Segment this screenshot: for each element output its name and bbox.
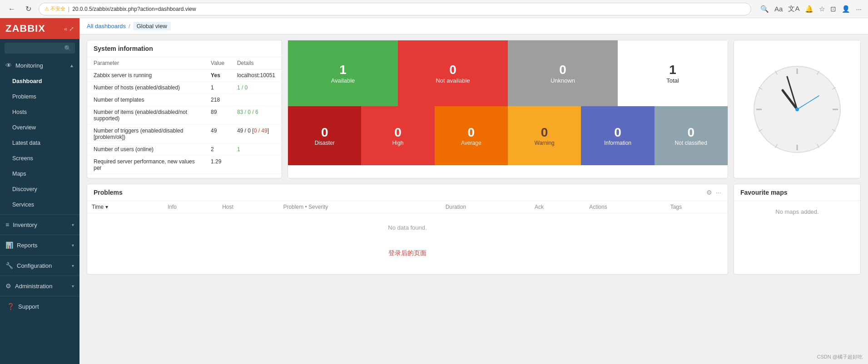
host-cell-not-available: 0 Not available: [398, 40, 508, 106]
problems-gear-button[interactable]: ⚙: [706, 189, 712, 196]
unknown-count: 0: [559, 63, 566, 77]
browser-bar: ← ↻ ⚠ 不安全 | 20.0.0.5/zabbix/zabbix.php?a…: [0, 0, 868, 18]
main-content: All dashboards / Global view System info…: [79, 18, 868, 364]
sidebar-search-container: 🔍: [0, 39, 79, 57]
inventory-label: Inventory: [13, 221, 37, 228]
problems-more-button[interactable]: ···: [716, 189, 721, 196]
col-duration: Duration: [441, 201, 530, 213]
configuration-chevron: ▾: [72, 263, 74, 268]
sidebar-item-monitoring[interactable]: 👁 Monitoring ▲: [0, 57, 79, 74]
sidebar-item-maps[interactable]: Maps: [0, 166, 79, 182]
sidebar-item-configuration[interactable]: 🔧 Configuration ▾: [0, 257, 79, 274]
breadcrumb: All dashboards / Global view: [79, 18, 868, 34]
monitoring-label: Monitoring: [15, 62, 43, 69]
widget-problems: Problems ⚙ ··· Time ▾ Info Host: [87, 184, 728, 275]
refresh-button[interactable]: ↻: [23, 4, 34, 14]
breadcrumb-current: Global view: [133, 22, 171, 30]
reports-icon: 📊: [5, 241, 13, 249]
widget-controls: ⚙ ···: [706, 189, 721, 196]
logo-controls: « ⤢: [64, 25, 74, 32]
sidebar-item-services[interactable]: Services: [0, 197, 79, 212]
sidebar-item-administration[interactable]: ⚙ Administration ▾: [0, 278, 79, 294]
svg-point-16: [795, 108, 799, 111]
severity-grid: 0 Disaster 0 High 0 Average 0: [288, 106, 728, 165]
breadcrumb-all-dashboards[interactable]: All dashboards: [87, 23, 126, 30]
details-cell: 1: [231, 143, 282, 156]
sidebar-item-hosts[interactable]: Hosts: [0, 104, 79, 120]
problems-label: Problems: [12, 93, 36, 100]
host-cell-total: 1 Total: [618, 40, 728, 106]
browser-collections-button[interactable]: ⊡: [829, 4, 837, 14]
average-count: 0: [468, 125, 475, 140]
back-button[interactable]: ←: [5, 4, 18, 14]
sidebar-search-input[interactable]: [5, 43, 75, 54]
sidebar-divider-1: [0, 214, 79, 215]
browser-favourites-button[interactable]: ☆: [818, 4, 826, 14]
logo-text: ZABBIX: [5, 23, 45, 34]
table-row: Number of users (online)21: [87, 143, 282, 156]
param-cell: Zabbix server is running: [87, 69, 204, 82]
sidebar: ZABBIX « ⤢ 🔍 👁 Monitoring ▲ Dashboard Pr…: [0, 18, 79, 364]
value-cell: 218: [204, 94, 231, 106]
configuration-label: Configuration: [17, 262, 52, 269]
widget-host-status: 1 Available 0 Not available 0 Unknown: [288, 40, 728, 178]
url-text: 20.0.0.5/zabbix/zabbix.php?action=dashbo…: [72, 6, 196, 12]
sidebar-item-inventory[interactable]: ≡ Inventory ▾: [0, 216, 79, 233]
inventory-chevron: ▾: [72, 222, 74, 227]
browser-notification-button[interactable]: 🔔: [804, 4, 814, 14]
sidebar-item-reports[interactable]: 📊 Reports ▾: [0, 237, 79, 253]
unknown-label: Unknown: [551, 77, 575, 84]
host-status-grid: 1 Available 0 Not available 0 Unknown: [288, 40, 728, 106]
host-cell-unknown: 0 Unknown: [508, 40, 618, 106]
dashboard-label: Dashboard: [12, 78, 42, 84]
sidebar-expand-button[interactable]: ⤢: [69, 25, 74, 32]
support-label: Support: [18, 303, 39, 310]
dashboard-body: System information Parameter Value Detai…: [79, 34, 868, 280]
browser-icons: 🔍 Aa 文A 🔔 ☆ ⊡ 👤 ···: [759, 4, 863, 14]
administration-label: Administration: [15, 283, 52, 290]
sidebar-item-latest-data[interactable]: Latest data: [0, 135, 79, 151]
browser-more-button[interactable]: ···: [855, 4, 863, 14]
table-row: Number of triggers (enabled/disabled [pr…: [87, 125, 282, 143]
param-cell: Number of users (online): [87, 143, 204, 156]
widget-clock: [734, 40, 861, 178]
information-count: 0: [614, 125, 621, 140]
col-parameter: Parameter: [87, 57, 204, 69]
sidebar-item-support[interactable]: ❓ Support: [0, 298, 79, 315]
fav-maps-content: No maps added.: [734, 201, 860, 222]
sidebar-logo: ZABBIX « ⤢: [0, 18, 79, 39]
browser-translate-button[interactable]: 文A: [787, 4, 800, 14]
sidebar-search-wrap: 🔍: [5, 43, 75, 54]
sidebar-item-dashboard[interactable]: Dashboard: [0, 74, 79, 89]
system-info-table: Parameter Value Details Zabbix server is…: [87, 57, 282, 174]
col-value: Value: [204, 57, 231, 69]
reports-chevron: ▾: [72, 243, 74, 248]
sidebar-item-problems[interactable]: Problems: [0, 89, 79, 104]
browser-font-button[interactable]: Aa: [774, 4, 784, 14]
browser-profile-button[interactable]: 👤: [841, 4, 851, 14]
disaster-count: 0: [321, 125, 328, 140]
browser-search-button[interactable]: 🔍: [759, 4, 770, 14]
value-cell: 49: [204, 125, 231, 143]
table-row: Number of hosts (enabled/disabled)11 / 0: [87, 82, 282, 94]
reports-label: Reports: [17, 242, 38, 249]
col-ack: Ack: [530, 201, 585, 213]
total-label: Total: [666, 77, 679, 84]
login-notice: 登录后的页面: [87, 242, 728, 265]
value-cell: 1: [204, 82, 231, 94]
sidebar-item-overview[interactable]: Overview: [0, 120, 79, 135]
disaster-label: Disaster: [315, 140, 335, 146]
value-cell: Yes: [204, 69, 231, 82]
discovery-label: Discovery: [12, 186, 37, 192]
warning-label: Warning: [535, 140, 555, 146]
sidebar-collapse-button[interactable]: «: [64, 25, 67, 32]
administration-chevron: ▾: [72, 284, 74, 289]
sidebar-item-discovery[interactable]: Discovery: [0, 182, 79, 197]
average-label: Average: [461, 140, 481, 146]
problems-widget-header: Problems ⚙ ···: [87, 184, 728, 201]
details-cell: [231, 156, 282, 174]
value-cell: 2: [204, 143, 231, 156]
monitoring-chevron: ▲: [69, 63, 74, 68]
table-row: Number of templates218: [87, 94, 282, 106]
sidebar-item-screens[interactable]: Screens: [0, 151, 79, 166]
